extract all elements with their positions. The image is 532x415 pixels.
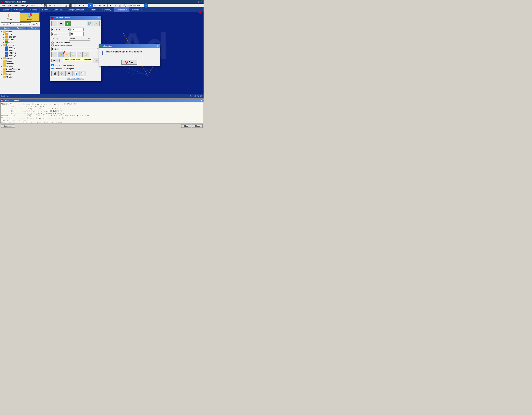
update-graphics-checkbox[interactable] (51, 64, 54, 66)
hand-ic-btn[interactable]: ✋ (64, 52, 70, 57)
steps-select[interactable]: Steps (51, 32, 70, 36)
close-msg-btn[interactable]: Close (192, 124, 203, 128)
tab-machinery[interactable]: Machinery a (99, 7, 114, 12)
tab-motions[interactable]: Motions (27, 7, 40, 12)
tree-connectors[interactable]: ▼ Connectors (1, 44, 39, 46)
settings-btn[interactable]: Settings... (1, 124, 15, 128)
interactive-radio-label[interactable]: Interactive (51, 67, 63, 70)
tree-elements[interactable]: ▶ Elements (1, 62, 39, 65)
info-close-x[interactable]: ✕ (157, 45, 159, 47)
select-btn[interactable]: ↖ (58, 3, 63, 8)
undo-btn[interactable]: ↩ (48, 3, 52, 8)
joint-ic-btn[interactable]: ⛓ (51, 52, 57, 57)
sim-type-select[interactable]: Default (69, 37, 90, 40)
toggle-simulations[interactable]: ▶ (1, 71, 3, 73)
tree-measures[interactable]: ▶ Measures (1, 65, 39, 68)
sim-stop-btn[interactable]: ■ (58, 21, 64, 26)
toggle-results[interactable]: ▶ (1, 73, 3, 75)
tab-bodies[interactable]: Bodies (0, 7, 12, 12)
tab-design-exploration[interactable]: Design Exploration (65, 7, 87, 12)
graph-btn[interactable]: 📉 (79, 71, 86, 76)
toggle-design-vars[interactable]: ▶ (1, 68, 3, 70)
toggle-rocker[interactable]: ▶ (3, 36, 5, 38)
animation-btn[interactable]: 🎬 (51, 71, 58, 76)
tree-joint-b[interactable]: JOINT_B (1, 52, 39, 54)
magnify-btn[interactable]: 🔍 (122, 3, 127, 8)
zoom-btn[interactable]: ⬜ (73, 3, 77, 8)
tree-crank[interactable]: ▶ CRANK (1, 38, 39, 41)
tree-joint-d[interactable]: JOINT_D (1, 49, 39, 52)
tree-all-other[interactable]: ▶ All Other (1, 76, 39, 78)
tree-link[interactable]: ▶ LINK (1, 33, 39, 36)
tree-joint-c[interactable]: JOINT_C (1, 46, 39, 49)
panel-btn[interactable]: 📊 (70, 52, 76, 57)
end-time-input[interactable] (70, 28, 84, 31)
toggle-elements[interactable]: ▶ (1, 63, 3, 65)
chain-btn[interactable]: ⚛ (113, 3, 118, 8)
plot-ic-btn[interactable]: 📈 (77, 52, 83, 57)
toggle-bodies[interactable]: ▼ (1, 31, 3, 33)
menu-settings[interactable]: Settings (19, 4, 29, 7)
toggle-measures[interactable]: ▶ (1, 65, 3, 67)
tab-results[interactable]: Results (130, 7, 142, 12)
sim-rewind-btn[interactable]: ⏮ (51, 21, 57, 26)
nastran-btn[interactable]: Nastran (51, 59, 59, 62)
text-btn[interactable]: 📝 (83, 52, 89, 57)
tree-simulations[interactable]: ▶ Simulations (1, 70, 39, 73)
plot-btn[interactable]: ⊕ (102, 3, 107, 8)
tree-forces[interactable]: ▶ Forces (1, 60, 39, 62)
sim-verify-btn[interactable]: ✔ (94, 21, 100, 26)
steps-input[interactable] (70, 32, 84, 36)
menu-view[interactable]: View (13, 4, 19, 7)
tab-forces[interactable]: Forces (40, 7, 51, 12)
toggle-forces[interactable]: ▶ (1, 60, 3, 62)
interactive-radio[interactable] (51, 67, 54, 69)
rotate-btn[interactable]: ⬚ (63, 3, 68, 8)
start-at-eq-checkbox[interactable] (51, 41, 54, 44)
chart-btn[interactable]: 📊 (72, 71, 79, 76)
close-btn[interactable]: ✕ (201, 1, 203, 3)
sim-play-btn[interactable]: ▶ (65, 21, 71, 26)
tab-simulation[interactable]: Simulation (114, 7, 129, 12)
point-btn[interactable]: + (77, 3, 82, 8)
tree-results[interactable]: ▶ Results (1, 73, 39, 76)
toggle-motions[interactable]: ▶ (1, 58, 3, 59)
toggle-link[interactable]: ▶ (3, 34, 5, 35)
tree-ground[interactable]: ▶ ground (1, 41, 39, 44)
save-btn[interactable]: 💾 (43, 3, 48, 8)
end-time-select[interactable]: End Time (51, 28, 70, 31)
tree-design-vars[interactable]: ▶ Design Variables (1, 68, 39, 70)
tab-connectors[interactable]: Connectors (12, 7, 27, 12)
model-dropdown[interactable]: .example_2_crank_rocker_a (1, 22, 31, 26)
increment-input[interactable] (136, 4, 143, 7)
browse-tab-groups[interactable]: Groups (13, 27, 27, 29)
debug-select[interactable]: No Debug (51, 47, 100, 51)
browse-tab-browse[interactable]: Browse (0, 27, 13, 29)
redo-btn[interactable]: ↪ (52, 3, 57, 8)
sim-loop-btn[interactable]: 🔄 (87, 21, 93, 26)
simulate-item[interactable]: ⚙️ b Simulate (19, 12, 40, 22)
msg-close-x[interactable]: ✕ (201, 99, 203, 102)
toggle-ground[interactable]: ▶ (3, 41, 5, 43)
tree-joint-a[interactable]: JOINT_A (1, 54, 39, 57)
menu-tools[interactable]: Tools (29, 4, 37, 7)
help-btn[interactable]: ? (144, 3, 148, 8)
canvas[interactable]: Ad Ad Simulation Control ✕ (40, 12, 204, 94)
clear-btn[interactable]: Clear (181, 124, 191, 128)
toggle-crank[interactable]: ▶ (3, 39, 5, 41)
tab-elements[interactable]: Elements (51, 7, 65, 12)
initial-conditions-btn[interactable]: 🔑 c Perform initial conditions solution (58, 52, 64, 57)
translate-btn[interactable]: ⬛ (68, 3, 73, 8)
scripted-radio[interactable] (65, 67, 67, 69)
maximize-btn[interactable]: □ (198, 1, 200, 3)
minimize-btn[interactable]: — (195, 1, 197, 3)
film-btn[interactable]: 🎞 (65, 71, 72, 76)
tree-rocker[interactable]: ▶ ROCKER (1, 36, 39, 38)
reset-before-checkbox[interactable] (51, 44, 54, 47)
body-btn[interactable]: ■ (88, 3, 93, 8)
browse-tab-filters[interactable]: Filters (27, 27, 40, 29)
title-controls[interactable]: — □ ✕ (195, 1, 203, 3)
tree-motions[interactable]: ▶ Motions (1, 57, 39, 60)
toggle-all-other[interactable]: ▶ (1, 76, 3, 78)
menu-file[interactable]: File (1, 4, 7, 7)
